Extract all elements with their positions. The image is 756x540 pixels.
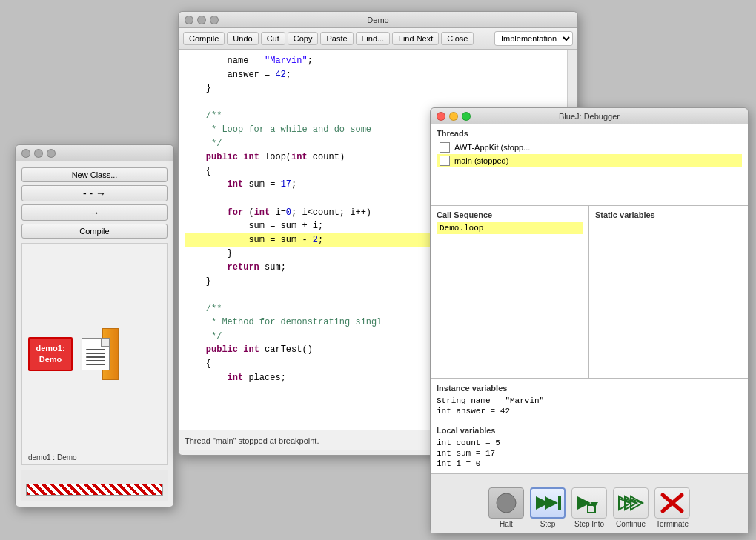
editor-minimize-light[interactable] (197, 16, 206, 24)
new-class-button[interactable]: New Class... (21, 167, 168, 182)
editor-close-light[interactable] (185, 16, 193, 24)
step-svg (534, 492, 561, 514)
static-vars-panel: Static variables (589, 206, 748, 378)
svg-marker-4 (577, 496, 591, 510)
close-editor-button[interactable]: Close (441, 32, 474, 45)
solid-arrow-icon: → (90, 207, 100, 219)
code-line: answer = 42; (185, 68, 571, 82)
bluej-main-content: New Class... - - → → Compile ⇒ demo1: De… (16, 161, 173, 507)
class-box-demo[interactable]: demo1: Demo (28, 337, 73, 372)
terminate-button[interactable]: Terminate (654, 487, 690, 528)
halt-label: Halt (500, 520, 513, 528)
thread-icon-main (440, 156, 450, 166)
step-into-svg (576, 492, 603, 514)
call-sequence-panel: Call Sequence Demo.loop (431, 206, 589, 378)
doc-line-3 (86, 356, 105, 358)
local-vars-label: Local variables (437, 426, 742, 435)
dashed-arrow-button[interactable]: - - → (21, 185, 168, 201)
editor-title: Demo (367, 16, 388, 24)
threads-panel: Threads AWT-AppKit (stopp... main (stopp… (431, 124, 748, 206)
instance-var-name: String name = "Marvin" (437, 396, 742, 406)
maximize-light[interactable] (47, 149, 56, 158)
paste-button[interactable]: Paste (320, 32, 353, 45)
thread-name-awt: AWT-AppKit (stopp... (454, 143, 530, 152)
bluej-main-titlebar (16, 145, 173, 161)
close-light[interactable] (21, 149, 30, 158)
copy-button[interactable]: Copy (288, 32, 319, 45)
continue-label: Continue (616, 520, 646, 528)
thread-item-main[interactable]: main (stopped) (437, 154, 742, 167)
svg-point-0 (497, 493, 516, 513)
continue-icon (613, 487, 649, 519)
demo-editor-titlebar: Demo (179, 12, 577, 28)
call-seq-item[interactable]: Demo.loop (437, 222, 583, 234)
local-vars-section: Local variables int count = 5 int sum = … (431, 421, 748, 473)
terminate-svg (659, 492, 686, 514)
halt-button[interactable]: Halt (488, 487, 524, 528)
doc-line-2 (86, 353, 105, 354)
step-into-label: Step Into (574, 520, 604, 528)
doc-line-5 (86, 364, 105, 365)
local-var-sum: int sum = 17 (437, 448, 742, 459)
debugger-traffic-lights (437, 112, 471, 121)
debugger-footer: Halt Step (431, 473, 748, 533)
step-into-icon (571, 487, 607, 519)
thread-icon-awt (440, 142, 450, 153)
doc-line-1 (86, 349, 105, 350)
debugger-window: BlueJ: Debugger Threads AWT-AppKit (stop… (430, 107, 749, 533)
status-text: Thread "main" stopped at breakpoint. (185, 436, 319, 445)
code-line: } (185, 81, 571, 96)
mid-panels: Call Sequence Demo.loop Static variables (431, 206, 748, 379)
debugger-minimize-light[interactable] (449, 112, 458, 121)
striped-bar (26, 484, 163, 496)
compile-toolbar-button[interactable]: Compile (183, 32, 225, 45)
instance-vars-label: Instance variables (437, 384, 742, 393)
debugger-titlebar: BlueJ: Debugger (431, 108, 748, 124)
thread-item-awt[interactable]: AWT-AppKit (stopp... (437, 141, 742, 154)
find-button[interactable]: Find... (356, 32, 391, 45)
cut-button[interactable]: Cut (261, 32, 285, 45)
document-lines (86, 349, 105, 367)
svg-rect-3 (558, 496, 561, 510)
find-next-button[interactable]: Find Next (392, 32, 439, 45)
compile-button[interactable]: Compile (21, 224, 168, 239)
debugger-content: Threads AWT-AppKit (stopp... main (stopp… (431, 124, 748, 533)
step-button[interactable]: Step (530, 487, 566, 528)
doc-line-4 (86, 360, 105, 361)
editor-toolbar: Compile Undo Cut Copy Paste Find... Find… (179, 28, 577, 50)
bluej-main-window: New Class... - - → → Compile ⇒ demo1: De… (15, 144, 174, 507)
terminate-icon (654, 487, 690, 519)
status-bar (21, 470, 168, 501)
thread-name-main: main (stopped) (454, 156, 508, 165)
step-label: Step (540, 520, 556, 528)
halt-svg (496, 493, 517, 513)
step-icon (530, 487, 566, 519)
undo-button[interactable]: Undo (227, 32, 258, 45)
traffic-lights (21, 149, 56, 158)
class-diagram-area: ⇒ demo1: Demo demo1 : Demo (21, 243, 168, 465)
editor-maximize-light[interactable] (210, 16, 219, 24)
solid-arrow-button[interactable]: → (21, 204, 168, 221)
instance-vars-section: Instance variables String name = "Marvin… (431, 379, 748, 421)
implementation-dropdown[interactable]: Implementation (494, 31, 573, 46)
terminate-label: Terminate (656, 520, 689, 528)
continue-svg (617, 492, 644, 514)
debugger-maximize-light[interactable] (462, 112, 471, 121)
instance-var-answer: int answer = 42 (437, 406, 742, 416)
halt-icon (488, 487, 524, 519)
step-into-button[interactable]: Step Into (571, 487, 607, 528)
editor-traffic-lights (185, 16, 219, 24)
debugger-title: BlueJ: Debugger (559, 112, 620, 121)
continue-button[interactable]: Continue (613, 487, 649, 528)
debug-buttons-row: Halt Step (488, 487, 690, 528)
call-seq-label: Call Sequence (437, 210, 583, 219)
debugger-close-light[interactable] (437, 112, 445, 121)
local-var-count: int count = 5 (437, 438, 742, 448)
threads-label: Threads (437, 129, 742, 138)
svg-marker-2 (545, 496, 558, 510)
class-label: demo1 : Demo (28, 453, 77, 461)
local-var-i: int i = 0 (437, 459, 742, 469)
button-row: New Class... - - → → Compile (21, 167, 168, 239)
minimize-light[interactable] (34, 149, 43, 158)
dashed-arrow-icon: - - → (83, 187, 106, 199)
